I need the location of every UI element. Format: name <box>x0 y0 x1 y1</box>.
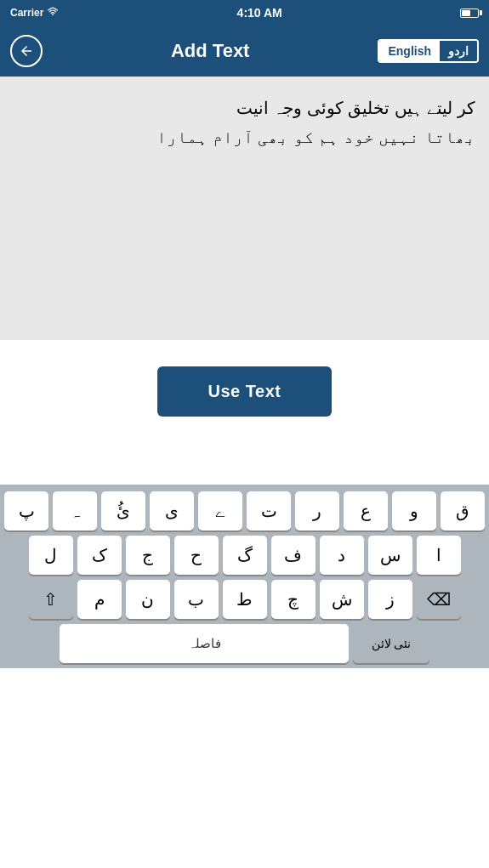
key-ق[interactable]: ق <box>441 491 485 530</box>
key-ح[interactable]: ح <box>174 536 219 575</box>
key-ا[interactable]: ا <box>417 536 461 575</box>
keyboard-row-1: پہئُیےترعوق <box>3 491 486 530</box>
text-content: کر لیتے ہیں تخلیق کوئی وجہ انیتبھاتا نہی… <box>14 94 475 151</box>
key-ب[interactable]: ب <box>174 580 219 619</box>
key-ئُ[interactable]: ئُ <box>101 491 145 530</box>
keyboard: پہئُیےترعوق لکجحگفدسا ⇧منبطچشز⌫ فاصلہنئی… <box>0 485 489 668</box>
key-د[interactable]: د <box>320 536 364 575</box>
key-ے[interactable]: ے <box>198 491 242 530</box>
key-چ[interactable]: چ <box>271 580 316 619</box>
key-ر[interactable]: ر <box>295 491 339 530</box>
carrier-label: Carrier <box>10 7 43 19</box>
key-ج[interactable]: ج <box>126 536 170 575</box>
key-گ[interactable]: گ <box>223 536 267 575</box>
spacer <box>0 442 489 485</box>
shift-key[interactable]: ⇧ <box>29 580 73 619</box>
wifi-icon <box>47 6 59 20</box>
language-toggle[interactable]: English اردو <box>378 39 479 63</box>
status-right <box>460 9 479 18</box>
key-ہ[interactable]: ہ <box>53 491 97 530</box>
lang-urdu-button[interactable]: اردو <box>440 41 477 61</box>
key-س[interactable]: س <box>368 536 412 575</box>
key-و[interactable]: و <box>392 491 436 530</box>
key-ت[interactable]: ت <box>247 491 291 530</box>
status-left: Carrier <box>10 6 59 20</box>
key-ع[interactable]: ع <box>344 491 388 530</box>
key-ک[interactable]: ک <box>77 536 122 575</box>
lang-english-button[interactable]: English <box>379 41 440 61</box>
use-text-section: Use Text <box>0 340 489 442</box>
delete-key[interactable]: ⌫ <box>417 580 461 619</box>
key-ی[interactable]: ی <box>150 491 194 530</box>
key-ش[interactable]: ش <box>320 580 364 619</box>
back-arrow-icon <box>19 43 34 59</box>
use-text-button[interactable]: Use Text <box>157 366 333 417</box>
space-key[interactable]: فاصلہ <box>60 624 349 663</box>
battery-icon <box>460 9 479 18</box>
key-ط[interactable]: ط <box>223 580 267 619</box>
keyboard-row-3: ⇧منبطچشز⌫ <box>3 580 486 619</box>
key-پ[interactable]: پ <box>4 491 48 530</box>
text-area[interactable]: کر لیتے ہیں تخلیق کوئی وجہ انیتبھاتا نہی… <box>0 77 489 340</box>
key-ز[interactable]: ز <box>368 580 412 619</box>
page-title: Add Text <box>51 40 369 62</box>
back-button[interactable] <box>10 35 43 67</box>
keyboard-bottom-row: فاصلہنئی لائن <box>3 624 486 663</box>
newline-key[interactable]: نئی لائن <box>353 624 429 663</box>
header: Add Text English اردو <box>0 26 489 77</box>
key-ل[interactable]: ل <box>29 536 73 575</box>
status-bar: Carrier 4:10 AM <box>0 0 489 26</box>
status-time: 4:10 AM <box>237 6 282 20</box>
key-م[interactable]: م <box>77 580 122 619</box>
keyboard-row-2: لکجحگفدسا <box>3 536 486 575</box>
key-ف[interactable]: ف <box>271 536 316 575</box>
key-ن[interactable]: ن <box>126 580 170 619</box>
